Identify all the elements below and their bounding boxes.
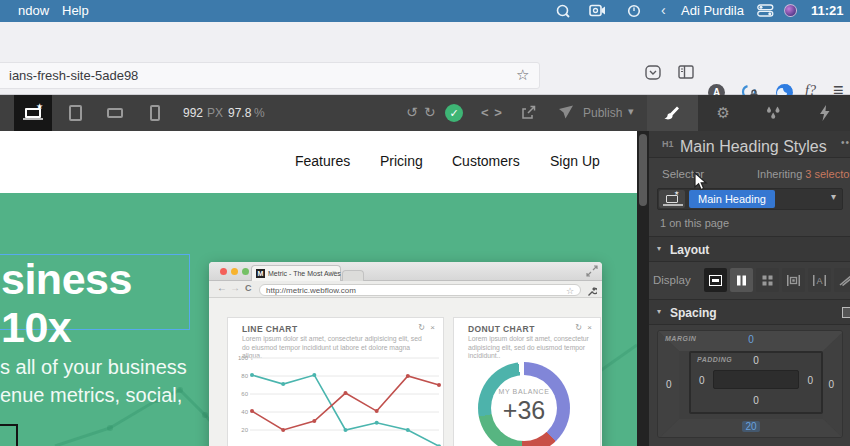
donut-chart-panel: DONUT CHART ↻ × Lorem ipsum dolor sit am… [453, 317, 601, 446]
status-circle-icon[interactable] [627, 4, 641, 21]
saved-check-icon[interactable]: ✓ [445, 104, 463, 122]
panel-header: H1 Main Heading Styles ••• [649, 131, 850, 158]
padding-top-value[interactable]: 0 [691, 355, 821, 366]
selector-field[interactable]: ★ Main Heading ▾ [657, 188, 843, 210]
element-box-center [713, 370, 799, 389]
mock-line-chart: 0204060801001234567 [236, 354, 441, 446]
close-traffic-light [220, 268, 227, 275]
hero-button-partial[interactable] [0, 424, 18, 446]
selector-breakpoint-button[interactable]: ★ [659, 190, 685, 208]
display-grid-button[interactable] [756, 268, 779, 292]
menu-window[interactable]: ndow [18, 3, 49, 18]
breakpoint-desktop-button[interactable]: ★ [14, 95, 52, 131]
nav-link-features[interactable]: Features [295, 153, 350, 169]
breakpoint-tablet-button[interactable] [56, 95, 94, 131]
display-none-button[interactable] [834, 268, 850, 292]
nav-link-signup[interactable]: Sign Up [550, 153, 600, 169]
display-block-button[interactable] [704, 268, 727, 292]
canvas-width-value[interactable]: 992 [183, 106, 203, 120]
margin-right-value[interactable]: 0 [828, 379, 834, 390]
padding-right-value[interactable]: 0 [807, 375, 813, 386]
browser-chrome: ians-fresh-site-5ade98 ☆ A f? ≡ [0, 22, 850, 95]
zoom-traffic-light [242, 268, 249, 275]
selector-dropdown-icon[interactable]: ▾ [831, 191, 836, 202]
panel-menu-dots-icon[interactable]: ••• [841, 137, 850, 148]
chevron-left-icon[interactable]: ‹ [661, 2, 666, 18]
menubar-username[interactable]: Adi Purdila [681, 3, 744, 18]
designer-toolbar: ★ 992 PX 97.8 % ↺ ↻ ✓ < > Publish ▾ ⚙ [0, 95, 850, 131]
tab-animations[interactable] [799, 95, 850, 131]
hero-heading[interactable]: siness 10x [0, 255, 189, 351]
inheriting-status[interactable]: Inheriting 3 selectors [757, 168, 850, 180]
hero-section[interactable]: siness 10x s all of your business enue m… [0, 193, 637, 446]
macos-menubar: ndow Help ‹ Adi Purdila 11:21 [0, 0, 850, 22]
tab-interactions[interactable] [749, 95, 800, 131]
display-inline-button[interactable]: A [808, 268, 831, 292]
display-inline-block-button[interactable] [782, 268, 805, 292]
address-text: ians-fresh-site-5ade98 [9, 68, 138, 83]
svg-text:40: 40 [241, 409, 248, 415]
undo-icon[interactable]: ↺ [406, 104, 418, 120]
address-bar[interactable]: ians-fresh-site-5ade98 ☆ [0, 62, 540, 89]
sidebar-icon[interactable] [678, 65, 694, 83]
mockup-wrench-icon [587, 283, 597, 301]
padding-left-value[interactable]: 0 [699, 375, 705, 386]
spacing-section-title: Spacing [670, 306, 717, 320]
design-canvas: Features Pricing Customers Sign Up sines… [0, 131, 637, 446]
mockup-url-row: ← → C http://metric.webflow.com ☆ [209, 281, 602, 298]
mockup-resize-icon [586, 265, 598, 277]
spacing-mode-icon[interactable] [842, 307, 850, 318]
control-center-icon[interactable] [757, 4, 774, 20]
line-chart-refresh-icon: ↻ [418, 323, 425, 332]
camera-icon[interactable] [589, 4, 606, 20]
svg-text:100: 100 [238, 355, 249, 361]
phone-portrait-icon [150, 105, 160, 121]
padding-bottom-value[interactable]: 0 [691, 395, 821, 406]
laptop-icon: ★ [25, 108, 41, 118]
screen-record-icon[interactable] [556, 4, 570, 21]
hero-paragraph[interactable]: s all of your business enue metrics, soc… [0, 353, 187, 409]
menu-help[interactable]: Help [62, 3, 89, 18]
metric-browser-mockup: M Metric - The Most Awes × ← → C http://… [209, 262, 602, 446]
svg-text:80: 80 [241, 373, 248, 379]
spacing-section-header[interactable]: ▾ Spacing [649, 299, 850, 325]
selected-heading-outline[interactable]: siness 10x [0, 254, 190, 330]
spacing-widget: MARGIN 0 0 0 20 PADDING 0 0 0 0 [657, 330, 843, 438]
zoom-value[interactable]: 97.8 [228, 106, 251, 120]
tab-style[interactable] [647, 95, 698, 131]
tab-settings[interactable]: ⚙ [698, 95, 749, 131]
class-pill[interactable]: Main Heading [689, 190, 775, 208]
margin-bottom-value[interactable]: 20 [658, 421, 843, 432]
mockup-url-text: http://metric.webflow.com [266, 286, 356, 295]
inheriting-count: 3 selectors [805, 168, 850, 180]
mockup-back-icon: ← [217, 282, 227, 293]
margin-left-value[interactable]: 0 [666, 379, 672, 390]
breakpoint-mobile-landscape-button[interactable] [96, 95, 134, 131]
margin-top-value[interactable]: 0 [658, 334, 843, 345]
scrollbar-thumb[interactable] [639, 134, 647, 206]
breakpoint-mobile-button[interactable] [136, 95, 174, 131]
svg-text:A: A [816, 276, 822, 286]
layout-section-header[interactable]: ▾ Layout [649, 236, 850, 262]
bookmark-star-icon[interactable]: ☆ [516, 66, 529, 84]
padding-widget: PADDING 0 0 0 0 [689, 351, 823, 414]
redo-icon[interactable]: ↻ [424, 104, 436, 120]
display-none-icon [839, 275, 850, 286]
collapse-chevron-icon: ▾ [657, 307, 661, 316]
gear-icon: ⚙ [716, 104, 729, 122]
line-chart-panel: LINE CHART ↻ × Lorem ipsum dolor sit ame… [227, 317, 444, 446]
pocket-icon[interactable] [645, 65, 661, 84]
export-code-icon[interactable]: < > [481, 105, 503, 120]
nav-link-customers[interactable]: Customers [452, 153, 520, 169]
display-flex-button[interactable] [730, 268, 753, 292]
app-dock-icon[interactable] [784, 4, 797, 17]
publish-button[interactable]: Publish [583, 106, 622, 120]
nav-link-pricing[interactable]: Pricing [380, 153, 423, 169]
drops-icon [765, 106, 782, 120]
layout-section-title: Layout [670, 243, 709, 257]
phone-landscape-icon [107, 108, 123, 118]
canvas-scrollbar[interactable] [637, 131, 649, 446]
share-icon[interactable] [521, 105, 536, 123]
publish-chevron-icon[interactable]: ▾ [628, 105, 634, 118]
mockup-reload-icon: C [245, 283, 252, 293]
